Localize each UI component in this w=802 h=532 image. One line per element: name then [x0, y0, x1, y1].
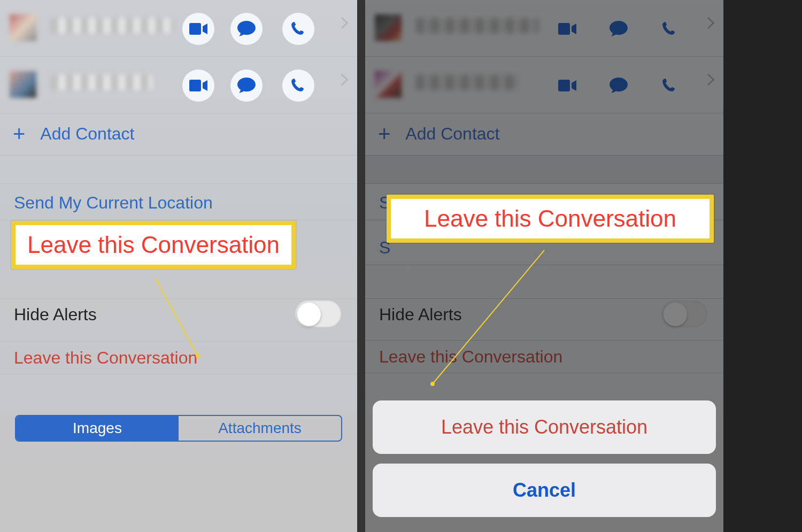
- toggle-knob: [297, 303, 321, 326]
- section-gap: [0, 374, 357, 411]
- message-icon: [237, 78, 256, 94]
- message-button[interactable]: [230, 13, 263, 45]
- phone-call-button[interactable]: [282, 70, 314, 102]
- chevron-right-icon: [336, 17, 349, 29]
- video-icon: [189, 80, 207, 91]
- action-sheet: Leave this Conversation Cancel: [373, 400, 716, 527]
- callout-highlight: Leave this Conversation: [11, 221, 296, 269]
- message-icon: [237, 21, 256, 37]
- plus-icon: +: [13, 122, 25, 146]
- callout-highlight: Leave this Conversation: [387, 195, 714, 243]
- phone-icon: [291, 21, 306, 36]
- contact-list: [0, 0, 357, 113]
- avatar: [10, 14, 36, 41]
- leave-conversation-label: Leave this Conversation: [14, 348, 197, 368]
- panel-divider: [357, 0, 365, 532]
- callout-text: Leave this Conversation: [27, 232, 280, 258]
- right-screenshot: + Add Contact S S Hide Alerts Leave this…: [365, 0, 723, 532]
- phone-call-button[interactable]: [282, 13, 314, 45]
- left-screenshot: + Add Contact Send My Current Location H…: [0, 0, 357, 532]
- video-icon: [189, 23, 207, 35]
- action-sheet-cancel-button[interactable]: Cancel: [373, 464, 716, 517]
- phone-icon: [291, 78, 306, 93]
- send-location-button[interactable]: Send My Current Location: [0, 186, 357, 220]
- add-contact-label: Add Contact: [40, 124, 134, 144]
- contact-name-redacted: [51, 75, 152, 90]
- contact-name-redacted: [51, 18, 174, 33]
- hide-alerts-label: Hide Alerts: [14, 305, 97, 325]
- section-gap: [0, 155, 357, 184]
- action-sheet-leave-button[interactable]: Leave this Conversation: [373, 400, 716, 454]
- send-location-label: Send My Current Location: [14, 193, 213, 213]
- callout-text: Leave this Conversation: [424, 205, 676, 232]
- contact-row[interactable]: [0, 57, 357, 113]
- avatar: [10, 71, 36, 98]
- add-contact-button[interactable]: + Add Contact: [0, 118, 357, 150]
- video-call-button[interactable]: [182, 70, 214, 102]
- hide-alerts-toggle[interactable]: [295, 300, 341, 327]
- contact-row[interactable]: [0, 0, 357, 57]
- segment-images[interactable]: Images: [16, 416, 179, 441]
- video-call-button[interactable]: [182, 13, 214, 45]
- chevron-right-icon: [336, 74, 349, 86]
- leave-conversation-button[interactable]: Leave this Conversation: [0, 341, 357, 374]
- message-button[interactable]: [230, 70, 263, 102]
- segmented-control[interactable]: Images Attachments: [15, 415, 342, 442]
- segment-attachments[interactable]: Attachments: [179, 416, 341, 441]
